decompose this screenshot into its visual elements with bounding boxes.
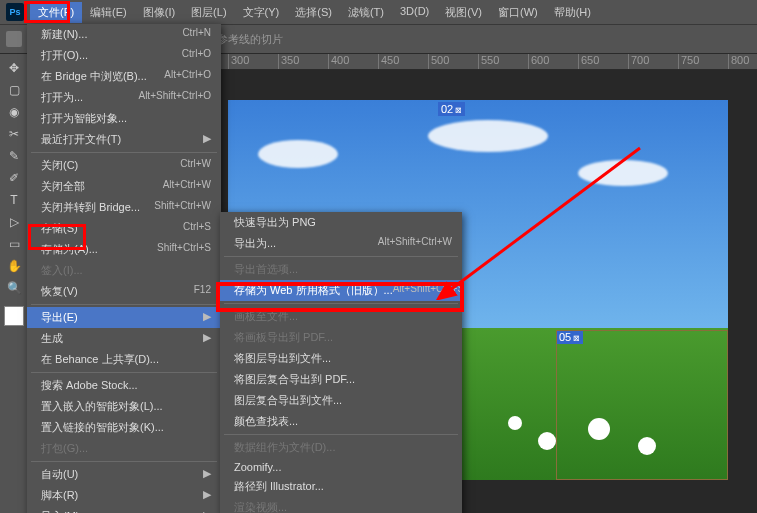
file-menu-item-17[interactable]: 在 Behance 上共享(D)... [27,349,221,370]
path-tool-icon[interactable]: ▷ [3,212,25,232]
export-menu-item-10[interactable]: 图层复合导出到文件... [220,390,462,411]
file-menu-item-22: 打包(G)... [27,438,221,459]
tools-panel: ✥ ▢ ◉ ✂ ✎ ✐ T ▷ ▭ ✋ 🔍 [0,54,28,513]
export-menu-item-7: 将画板导出到 PDF... [220,327,462,348]
move-tool-icon[interactable]: ✥ [3,58,25,78]
color-swatch[interactable] [4,306,24,326]
slice-outline [556,330,728,480]
menu-9[interactable]: 窗口(W) [490,2,546,23]
shape-tool-icon[interactable]: ▭ [3,234,25,254]
export-menu-item-14[interactable]: Zoomify... [220,458,462,476]
file-menu-item-9[interactable]: 关闭并转到 Bridge...Shift+Ctrl+W [27,197,221,218]
file-menu-item-7[interactable]: 关闭(C)Ctrl+W [27,155,221,176]
file-menu-item-24[interactable]: 自动(U)▶ [27,464,221,485]
menu-3[interactable]: 图层(L) [183,2,234,23]
export-menu-item-0[interactable]: 快速导出为 PNG [220,212,462,233]
text-tool-icon[interactable]: T [3,190,25,210]
file-menu-item-25[interactable]: 脚本(R)▶ [27,485,221,506]
file-menu-item-20[interactable]: 置入嵌入的智能对象(L)... [27,396,221,417]
file-menu-item-3[interactable]: 打开为...Alt+Shift+Ctrl+O [27,87,221,108]
export-menu-item-16: 渲染视频... [220,497,462,513]
slice-tool-icon[interactable] [6,31,22,47]
file-menu-item-11[interactable]: 存储为(A)...Shift+Ctrl+S [27,239,221,260]
file-menu-item-5[interactable]: 最近打开文件(T)▶ [27,129,221,150]
export-menu-item-4[interactable]: 存储为 Web 所用格式（旧版）...Alt+Shift+Ctrl+S [220,280,462,301]
menu-0[interactable]: 文件(F) [30,2,82,23]
eyedropper-tool-icon[interactable]: ✎ [3,146,25,166]
brush-tool-icon[interactable]: ✐ [3,168,25,188]
file-menu-item-1[interactable]: 打开(O)...Ctrl+O [27,45,221,66]
hand-tool-icon[interactable]: ✋ [3,256,25,276]
menubar: Ps 文件(F)编辑(E)图像(I)图层(L)文字(Y)选择(S)滤镜(T)3D… [0,0,757,24]
export-menu-item-8[interactable]: 将图层导出到文件... [220,348,462,369]
crop-tool-icon[interactable]: ✂ [3,124,25,144]
file-menu-item-15[interactable]: 导出(E)▶ [27,307,221,328]
export-menu-item-9[interactable]: 将图层复合导出到 PDF... [220,369,462,390]
file-menu-dropdown: 新建(N)...Ctrl+N打开(O)...Ctrl+O在 Bridge 中浏览… [27,24,221,513]
file-menu-item-21[interactable]: 置入链接的智能对象(K)... [27,417,221,438]
export-menu-item-1[interactable]: 导出为...Alt+Shift+Ctrl+W [220,233,462,254]
file-menu-item-26[interactable]: 导入(M)▶ [27,506,221,513]
zoom-tool-icon[interactable]: 🔍 [3,278,25,298]
export-submenu: 快速导出为 PNG导出为...Alt+Shift+Ctrl+W导出首选项...存… [220,212,462,513]
file-menu-item-19[interactable]: 搜索 Adobe Stock... [27,375,221,396]
menu-1[interactable]: 编辑(E) [82,2,135,23]
marquee-tool-icon[interactable]: ▢ [3,80,25,100]
slice-label-02: 02 ⊠ [438,102,465,116]
export-menu-item-11[interactable]: 颜色查找表... [220,411,462,432]
menu-8[interactable]: 视图(V) [437,2,490,23]
file-menu-item-12: 签入(I)... [27,260,221,281]
export-menu-item-13: 数据组作为文件(D)... [220,437,462,458]
app-logo: Ps [6,3,24,21]
menu-10[interactable]: 帮助(H) [546,2,599,23]
menu-2[interactable]: 图像(I) [135,2,183,23]
export-menu-item-3: 导出首选项... [220,259,462,280]
file-menu-item-13[interactable]: 恢复(V)F12 [27,281,221,302]
menu-7[interactable]: 3D(D) [392,2,437,23]
export-menu-item-15[interactable]: 路径到 Illustrator... [220,476,462,497]
file-menu-item-16[interactable]: 生成▶ [27,328,221,349]
menu-6[interactable]: 滤镜(T) [340,2,392,23]
file-menu-item-10[interactable]: 存储(S)Ctrl+S [27,218,221,239]
file-menu-item-4[interactable]: 打开为智能对象... [27,108,221,129]
file-menu-item-2[interactable]: 在 Bridge 中浏览(B)...Alt+Ctrl+O [27,66,221,87]
file-menu-item-0[interactable]: 新建(N)...Ctrl+N [27,24,221,45]
export-menu-item-6: 画板至文件... [220,306,462,327]
menu-5[interactable]: 选择(S) [287,2,340,23]
menu-4[interactable]: 文字(Y) [235,2,288,23]
file-menu-item-8[interactable]: 关闭全部Alt+Ctrl+W [27,176,221,197]
lasso-tool-icon[interactable]: ◉ [3,102,25,122]
